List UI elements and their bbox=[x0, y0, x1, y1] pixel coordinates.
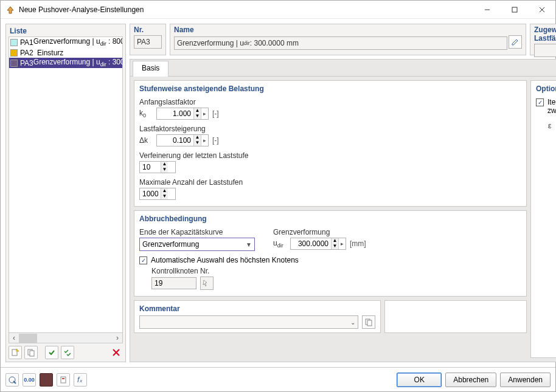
apply-button[interactable]: Anwenden bbox=[500, 373, 551, 387]
iterative-label: Iteratives Verfahren, falls Differenzzwi… bbox=[547, 98, 556, 116]
loading-title: Stufenweise ansteigende Belastung bbox=[139, 84, 521, 93]
u-down[interactable]: ▼ bbox=[331, 244, 338, 249]
refine-spinner[interactable]: ▲▼ bbox=[139, 161, 176, 173]
node-spinner bbox=[151, 277, 196, 289]
refine-down[interactable]: ▼ bbox=[161, 167, 168, 173]
k0-unit: [-] bbox=[212, 109, 219, 118]
auto-label: Automatische Auswahl des höchsten Knoten… bbox=[151, 256, 299, 264]
auto-checkbox[interactable]: ✓ bbox=[139, 256, 147, 264]
name-box: Name Grenzverformung | udir : 300.0000 m… bbox=[170, 24, 526, 55]
dialog-footer: 0.00 fₓ OK Abbrechen Anwenden bbox=[1, 367, 555, 391]
end-select[interactable]: Grenzverformung ▼ bbox=[139, 238, 255, 251]
delete-icon[interactable] bbox=[109, 346, 123, 359]
k0-spinner[interactable]: ▲▼ ▸ bbox=[156, 108, 209, 120]
edit-name-icon[interactable] bbox=[509, 35, 522, 49]
dialog-body: Liste PA1Grenzverformung | udir : 800.0P… bbox=[1, 19, 555, 367]
check-single-icon[interactable] bbox=[45, 346, 58, 359]
svg-rect-15 bbox=[367, 320, 372, 326]
check-group-icon[interactable] bbox=[61, 346, 74, 359]
u-symbol: udir bbox=[273, 239, 287, 249]
comment-combo[interactable]: ⌄ bbox=[139, 315, 358, 329]
assign-label: Zugewiesen an Lastfälle/Kombinationen bbox=[534, 26, 556, 43]
minimize-button[interactable] bbox=[473, 1, 501, 19]
iterative-checkbox[interactable]: ✓ bbox=[536, 98, 544, 106]
limit-label: Grenzverformung bbox=[273, 228, 366, 236]
scroll-thumb[interactable] bbox=[19, 334, 37, 343]
k0-symbol: k0 bbox=[139, 109, 153, 119]
ok-button[interactable]: OK bbox=[397, 373, 442, 387]
window-title: Neue Pushover-Analyse-Einstellungen bbox=[19, 5, 473, 14]
svg-rect-7 bbox=[30, 351, 34, 356]
dk-spinner[interactable]: ▲▼ ▸ bbox=[156, 134, 209, 146]
scroll-right-arrow[interactable]: › bbox=[113, 334, 122, 342]
close-button[interactable] bbox=[528, 1, 555, 19]
name-input[interactable]: Grenzverformung | udir : 300.0000 mm bbox=[174, 36, 507, 50]
right-pane: Nr. Name Grenzverformung | udir : 300.00… bbox=[130, 24, 556, 362]
k0-input[interactable] bbox=[157, 108, 193, 119]
empty-side-group bbox=[384, 300, 527, 333]
list-item[interactable]: PA3Grenzverformung | udir : 300.0 bbox=[9, 58, 122, 68]
comment-group: Kommentar ⌄ bbox=[134, 300, 381, 333]
color-swatch bbox=[10, 49, 18, 57]
list-item[interactable]: PA1Grenzverformung | udir : 800.0 bbox=[9, 37, 122, 47]
list-box[interactable]: PA1Grenzverformung | udir : 800.0PA2Eins… bbox=[9, 36, 123, 333]
list-panel: Liste PA1Grenzverformung | udir : 800.0P… bbox=[5, 24, 126, 362]
loading-group: Stufenweise ansteigende Belastung Anfang… bbox=[134, 80, 527, 207]
new-icon[interactable] bbox=[9, 346, 22, 359]
name-label: Name bbox=[174, 26, 522, 34]
initial-factor-label: Anfangslastfaktor bbox=[139, 98, 521, 106]
svg-text:fₓ: fₓ bbox=[77, 376, 83, 384]
header-row: Nr. Name Grenzverformung | udir : 300.00… bbox=[130, 24, 556, 55]
list-h-scrollbar[interactable]: ‹ › bbox=[9, 333, 123, 343]
copy-icon[interactable] bbox=[24, 346, 38, 359]
u-input[interactable] bbox=[291, 238, 331, 249]
tab-strip: Basis bbox=[130, 60, 556, 77]
end-select-value: Grenzverformung bbox=[142, 240, 199, 249]
svg-marker-0 bbox=[7, 7, 13, 13]
max-spinner[interactable]: ▲▼ bbox=[139, 188, 176, 200]
list-item[interactable]: PA2Einsturz bbox=[9, 47, 122, 58]
assign-box: Zugewiesen an Lastfälle/Kombinationen bbox=[530, 24, 556, 55]
app-icon bbox=[5, 5, 15, 15]
options-title: Optionen bbox=[536, 84, 556, 93]
maximize-button[interactable] bbox=[501, 1, 528, 19]
dk-symbol: Δk bbox=[139, 136, 153, 145]
end-label: Ende der Kapazitätskurve bbox=[139, 228, 255, 236]
dk-step[interactable]: ▸ bbox=[201, 135, 208, 146]
max-label: Maximale Anzahl der Laststufen bbox=[139, 178, 521, 187]
info-icon[interactable] bbox=[57, 373, 70, 387]
u-step[interactable]: ▸ bbox=[338, 238, 346, 249]
dk-unit: [-] bbox=[212, 136, 219, 145]
help-icon[interactable] bbox=[5, 373, 19, 387]
cancel-button[interactable]: Abbrechen bbox=[445, 373, 496, 387]
svg-rect-19 bbox=[62, 378, 64, 379]
u-unit: [mm] bbox=[350, 239, 366, 248]
k0-down[interactable]: ▼ bbox=[193, 114, 201, 119]
comment-library-icon[interactable] bbox=[362, 315, 375, 329]
list-title: Liste bbox=[6, 24, 125, 36]
assign-field[interactable] bbox=[535, 44, 556, 57]
scroll-track[interactable] bbox=[19, 334, 113, 343]
units-icon[interactable]: 0.00 bbox=[23, 373, 36, 387]
main-column: Stufenweise ansteigende Belastung Anfang… bbox=[134, 80, 527, 358]
function-icon[interactable]: fₓ bbox=[74, 373, 87, 387]
tab-basis[interactable]: Basis bbox=[133, 61, 169, 77]
list-item-label: Einsturz bbox=[37, 49, 63, 57]
nr-input[interactable] bbox=[134, 35, 162, 49]
list-item-label: Grenzverformung | udir : 800.0 bbox=[33, 37, 123, 47]
svg-line-17 bbox=[13, 381, 16, 383]
dk-down[interactable]: ▼ bbox=[193, 140, 201, 146]
color-swatch-icon[interactable] bbox=[40, 373, 53, 387]
u-spinner[interactable]: ▲▼ ▸ bbox=[290, 238, 346, 250]
k0-step[interactable]: ▸ bbox=[201, 108, 208, 119]
list-item-pa: PA1 bbox=[20, 38, 33, 47]
max-input[interactable] bbox=[140, 188, 161, 199]
dk-input[interactable] bbox=[157, 135, 193, 146]
color-swatch bbox=[10, 60, 18, 67]
node-label: Kontrollknoten Nr. bbox=[151, 267, 521, 275]
max-down[interactable]: ▼ bbox=[161, 194, 168, 199]
comment-title: Kommentar bbox=[139, 304, 375, 313]
scroll-left-arrow[interactable]: ‹ bbox=[9, 334, 19, 342]
pick-node-icon[interactable] bbox=[200, 277, 214, 290]
refine-input[interactable] bbox=[140, 162, 161, 173]
